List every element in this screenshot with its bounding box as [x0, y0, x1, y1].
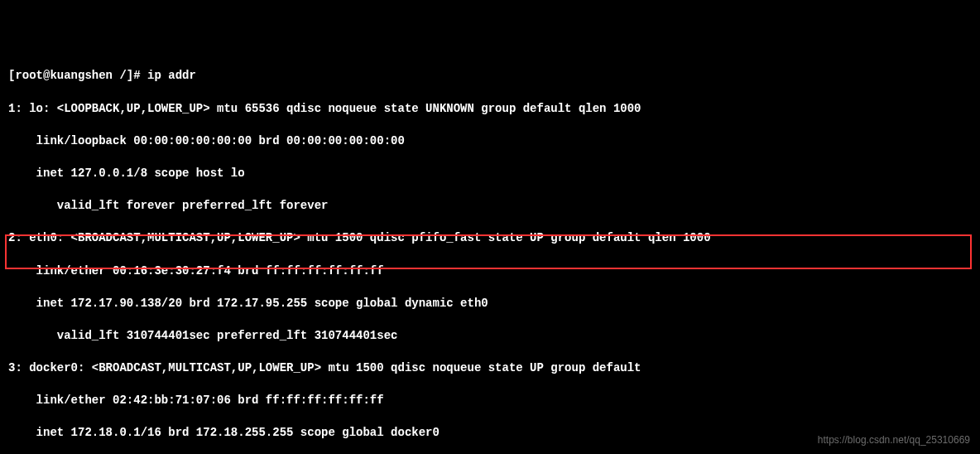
terminal-line: link/ether 00:16:3e:30:27:f4 brd ff:ff:f… [8, 263, 972, 280]
terminal-line: link/ether 02:42:bb:71:07:06 brd ff:ff:f… [8, 393, 972, 409]
terminal-line: inet 127.0.0.1/8 scope host lo [8, 166, 972, 182]
terminal-line: inet 172.17.90.138/20 brd 172.17.95.255 … [8, 296, 972, 312]
watermark-text: https://blog.csdn.net/qq_25310669 [818, 433, 970, 447]
terminal-line: link/loopback 00:00:00:00:00:00 brd 00:0… [8, 133, 972, 150]
terminal-line: 1: lo: <LOOPBACK,UP,LOWER_UP> mtu 65536 … [8, 101, 972, 118]
terminal-prompt: [root@kuangshen /]# ip addr [8, 68, 972, 85]
terminal-line: valid_lft forever preferred_lft forever [8, 198, 972, 215]
terminal-line: 3: docker0: <BROADCAST,MULTICAST,UP,LOWE… [8, 360, 972, 377]
terminal-line: valid_lft 310744401sec preferred_lft 310… [8, 328, 972, 345]
terminal-line: 2: eth0: <BROADCAST,MULTICAST,UP,LOWER_U… [8, 230, 972, 247]
